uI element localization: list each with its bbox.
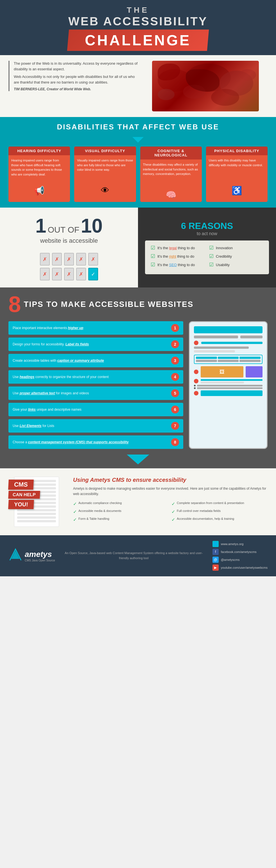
tip-keyword-8: content management system (CMS) that sup… bbox=[28, 440, 129, 444]
mockup-table-inner bbox=[196, 356, 261, 362]
disabilities-grid: HEARING DIFFICULTY Hearing impaired user… bbox=[8, 147, 268, 202]
cms-section: CMS CAN HELP YOU! Using Ametys CMS to en… bbox=[0, 468, 276, 535]
reasons-title: 6 REASONS bbox=[181, 221, 233, 231]
mockup-table-cell-5 bbox=[218, 360, 239, 362]
reason-text-right: It's the right thing to do bbox=[158, 254, 194, 258]
notebook-line-9 bbox=[17, 509, 56, 512]
intro-author: TIM BERNERS-LEE, Creator of World Wide W… bbox=[14, 87, 138, 91]
web-icon: 🌐 bbox=[212, 541, 219, 547]
x-mark-icon-9: ✗ bbox=[79, 271, 83, 277]
world-map bbox=[152, 61, 259, 112]
footer-link-text-web: www.ametys.org bbox=[221, 542, 244, 546]
list-bullet-1 bbox=[194, 385, 196, 386]
tip-keyword-7: List Elements bbox=[20, 424, 42, 428]
tip-item-7: Use List Elements for Lists 7 bbox=[8, 419, 183, 433]
stats-number-10: 10 bbox=[81, 215, 103, 237]
disability-cognitive-text: These disabilities may affect a variety … bbox=[143, 162, 199, 176]
stats-is: is bbox=[63, 237, 67, 244]
cms-feature-text-5: Form & Table handling bbox=[78, 517, 109, 521]
check-icon-legal: ☑ bbox=[151, 245, 155, 251]
reasons-subtitle: to act now bbox=[197, 231, 217, 236]
cms-feature-text-3: Accessible media & documents bbox=[78, 509, 122, 513]
tip-keyword-2: Label its fields bbox=[66, 342, 89, 346]
monitor-grid: ✗ ✗ ✗ ✗ ✗ ✗ ✗ ✗ ✗ ✓ bbox=[40, 253, 98, 280]
monitor-item-2: ✗ bbox=[52, 253, 62, 266]
footer-link-web: 🌐 www.ametys.org bbox=[212, 541, 268, 547]
twitter-icon: @ bbox=[212, 557, 219, 563]
intro-map bbox=[144, 61, 268, 112]
tip-badge-5: 5 bbox=[171, 389, 179, 397]
monitor-item-4: ✗ bbox=[76, 253, 86, 266]
reason-text-innovation: Innovation bbox=[216, 246, 233, 250]
tips-title: TIPS TO MAKE ACCESSIBLE WEBSITES bbox=[24, 300, 194, 309]
reasons-grid: ☑ It's the legal thing to do ☑ It's the … bbox=[151, 245, 263, 270]
cms-ribbon-cms: CMS bbox=[8, 479, 34, 490]
tips-list: Place important interactive elements hig… bbox=[8, 321, 183, 449]
tip-badge-7: 7 bbox=[171, 422, 179, 430]
disability-hearing-title: HEARING DIFFICULTY bbox=[11, 149, 68, 153]
intro-quote: The power of the Web is in its universal… bbox=[8, 61, 138, 91]
cognitive-icon: 🧠 bbox=[140, 188, 202, 202]
mockup-list-item-2 bbox=[194, 387, 263, 389]
cms-middle: Using Ametys CMS to ensure accessibility… bbox=[73, 477, 268, 527]
reason-item-innovation: ☑ Innovation bbox=[209, 245, 263, 251]
connector-dot-1 bbox=[194, 341, 199, 345]
footer-section: ametys CMS Java Open Source An Open Sour… bbox=[0, 535, 276, 576]
tip-item-4: Use headings correctly to organize the s… bbox=[8, 370, 183, 384]
disabilities-section: DISABILITIES THAT AFFECT WEB USE HEARING… bbox=[0, 117, 276, 208]
mockup-table-cell-3 bbox=[239, 356, 261, 359]
monitor-item-9: ✗ bbox=[76, 268, 86, 280]
tip-badge-2: 2 bbox=[171, 340, 179, 348]
monitor-item-3: ✗ bbox=[64, 253, 74, 266]
check-icon-cms-4: ✓ bbox=[171, 509, 175, 515]
reasons-col-right: ☑ Innovation ☑ Credibility ☑ Usability bbox=[209, 245, 263, 270]
disability-card-cognitive: COGNITIVE & NEUROLOGICAL These disabilit… bbox=[140, 147, 202, 202]
cms-feature-6: ✓ Accessible documentation, help & train… bbox=[171, 517, 268, 522]
connector-dot-3 bbox=[194, 379, 199, 383]
cms-ribbons: CMS CAN HELP YOU! bbox=[8, 479, 65, 509]
tips-number: 8 bbox=[8, 293, 21, 316]
stats-section: 1 OUT OF 10 website is accessible ✗ ✗ ✗ … bbox=[0, 208, 276, 287]
mockup-table-cell-4 bbox=[196, 360, 217, 362]
mockup-links-row bbox=[194, 379, 263, 383]
ametys-logo-icon bbox=[8, 548, 23, 564]
disability-hearing-header: HEARING DIFFICULTY bbox=[8, 147, 70, 155]
tip-text-7: Use List Elements for Lists bbox=[13, 424, 168, 428]
mockup-line-2 bbox=[240, 336, 263, 338]
svg-point-5 bbox=[158, 89, 175, 100]
stats-left: 1 OUT OF 10 website is accessible ✗ ✗ ✗ … bbox=[0, 208, 138, 287]
cms-feature-text-2: Complete separation from content & prese… bbox=[177, 501, 244, 505]
cms-features: ✓ Automatic compliance checking ✓ Comple… bbox=[73, 501, 268, 522]
check-icon-seo: ☑ bbox=[151, 261, 155, 268]
mockup-row-1 bbox=[194, 336, 263, 338]
notebook-line-12 bbox=[17, 520, 56, 522]
check-icon-cms-6: ✓ bbox=[171, 517, 175, 522]
cms-left: CMS CAN HELP YOU! bbox=[8, 477, 65, 527]
footer-link-text-fb: facebook.com/ametyscms bbox=[221, 550, 256, 554]
connector-dot-2 bbox=[194, 370, 199, 374]
x-mark-icon-5: ✗ bbox=[91, 256, 95, 262]
disability-cognitive-title: COGNITIVE & NEUROLOGICAL bbox=[142, 149, 200, 157]
stats-out-of: OUT OF bbox=[48, 225, 79, 235]
x-mark-icon-6: ✗ bbox=[43, 271, 47, 277]
tips-title-row: 8 TIPS TO MAKE ACCESSIBLE WEBSITES bbox=[8, 293, 268, 316]
footer-logo-name: ametys bbox=[25, 550, 55, 559]
notebook-line-10 bbox=[17, 513, 56, 515]
disability-visual-title: VISUAL DIFFICULTY bbox=[76, 149, 134, 153]
footer-link-twitter: @ @ametyscms bbox=[212, 557, 268, 563]
footer-link-text-yt: youtube.com/user/ametyswebcms bbox=[221, 566, 268, 569]
disability-physical-title: PHYSICAL DISABILITY bbox=[208, 149, 265, 153]
list-line-2 bbox=[197, 387, 263, 389]
monitor-item-7: ✗ bbox=[52, 268, 62, 280]
reason-text-credibility: Credibility bbox=[216, 254, 232, 258]
tip-badge-1: 1 bbox=[171, 324, 179, 332]
disability-card-visual: VISUAL DIFFICULTY Visually impaired user… bbox=[74, 147, 136, 202]
tip-text-3: Create accessible tables with caption or… bbox=[13, 358, 168, 363]
tip-keyword-4: headings bbox=[20, 375, 35, 379]
reasons-col-left: ☑ It's the legal thing to do ☑ It's the … bbox=[151, 245, 205, 270]
header-web-accessibility: WEB ACCESSIBILITY bbox=[3, 14, 273, 28]
disability-physical-body: Users with this disability may have diff… bbox=[206, 155, 268, 183]
reason-item-credibility: ☑ Credibility bbox=[209, 253, 263, 259]
disability-physical-header: PHYSICAL DISABILITY bbox=[206, 147, 268, 155]
svg-point-3 bbox=[183, 85, 205, 99]
